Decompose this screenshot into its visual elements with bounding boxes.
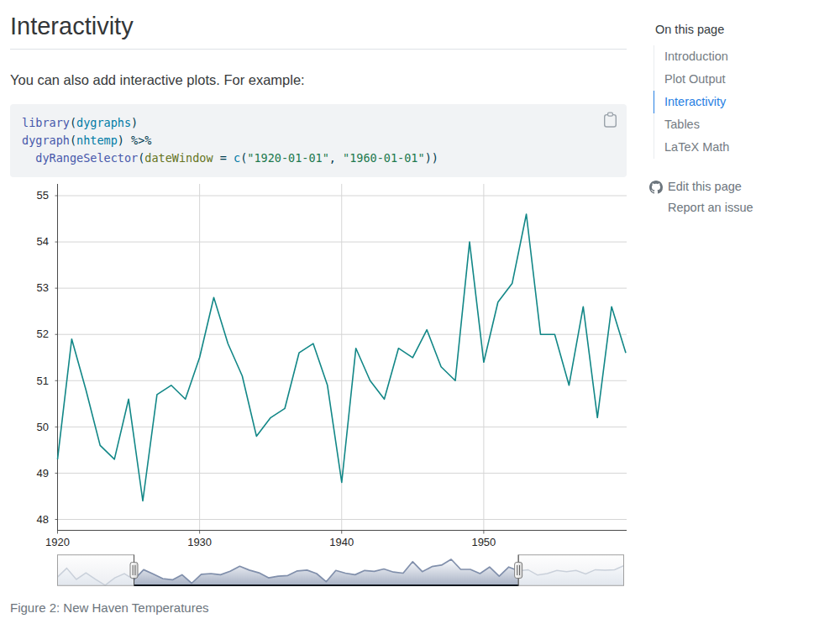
- toc-actions: Edit this page Report an issue: [649, 176, 832, 218]
- x-axis-label: 1950: [471, 536, 496, 548]
- code-block: library(dygraphs)dygraph(nhtemp) %>% dyR…: [10, 104, 627, 177]
- code-line: library(dygraphs): [22, 114, 615, 132]
- y-axis-label: 49: [10, 467, 49, 480]
- code-line: dygraph(nhtemp) %>%: [22, 132, 615, 149]
- toc-item-label: Introduction: [654, 45, 832, 68]
- y-axis-label: 51: [10, 375, 49, 388]
- range-selector-left-handle[interactable]: [130, 563, 138, 579]
- toc-item-interactivity[interactable]: Interactivity: [654, 91, 832, 113]
- report-an-issue-link[interactable]: Report an issue: [649, 197, 832, 218]
- plot-area[interactable]: [54, 184, 627, 535]
- range-selector-right-handle[interactable]: [515, 563, 522, 579]
- toc-item-plot-output[interactable]: Plot Output: [654, 68, 832, 91]
- range-selector[interactable]: [57, 554, 624, 586]
- title-divider: [10, 49, 627, 50]
- edit-this-page-label: Edit this page: [668, 176, 742, 197]
- y-axis-label: 53: [10, 281, 49, 295]
- toc-title: On this page: [655, 23, 832, 36]
- dygraph-figure: 4849505152535455 1920193019401950 Figure…: [10, 184, 627, 615]
- dygraph-chart: 4849505152535455 1920193019401950: [10, 184, 627, 551]
- on-this-page-nav: On this page IntroductionPlot OutputInte…: [654, 0, 832, 218]
- x-axis-label: 1930: [187, 536, 212, 548]
- code-lines: library(dygraphs)dygraph(nhtemp) %>% dyR…: [22, 114, 615, 167]
- main-content: Interactivity You can also add interacti…: [10, 0, 627, 615]
- github-icon: [649, 181, 663, 194]
- toc-item-introduction[interactable]: Introduction: [654, 45, 832, 68]
- intro-text: You can also add interactive plots. For …: [10, 71, 627, 89]
- toc-item-label: Plot Output: [654, 68, 832, 91]
- copy-code-button[interactable]: [601, 110, 619, 132]
- code-line: dyRangeSelector(dateWindow = c("1920-01-…: [22, 149, 615, 167]
- x-axis-label: 1940: [329, 536, 354, 548]
- toc-list: IntroductionPlot OutputInteractivityTabl…: [654, 45, 832, 159]
- report-an-issue-label: Report an issue: [668, 197, 753, 218]
- x-axis-label: 1920: [45, 536, 70, 548]
- toc-item-label: Interactivity: [654, 91, 832, 113]
- y-axis-label: 55: [10, 189, 49, 202]
- y-axis-label: 50: [10, 421, 49, 434]
- toc-item-latex-math[interactable]: LaTeX Math: [654, 136, 832, 159]
- clipboard-icon: [603, 112, 617, 128]
- y-axis-label: 48: [10, 513, 49, 527]
- y-axis-label: 54: [10, 235, 49, 249]
- toc-item-label: Tables: [654, 113, 832, 136]
- y-axis-label: 52: [10, 328, 49, 341]
- toc-item-tables[interactable]: Tables: [654, 113, 832, 136]
- edit-this-page-link[interactable]: Edit this page: [649, 176, 832, 197]
- toc-item-label: LaTeX Math: [654, 136, 832, 159]
- page-title: Interactivity: [10, 12, 627, 41]
- figure-caption: Figure 2: New Haven Temperatures: [10, 600, 627, 615]
